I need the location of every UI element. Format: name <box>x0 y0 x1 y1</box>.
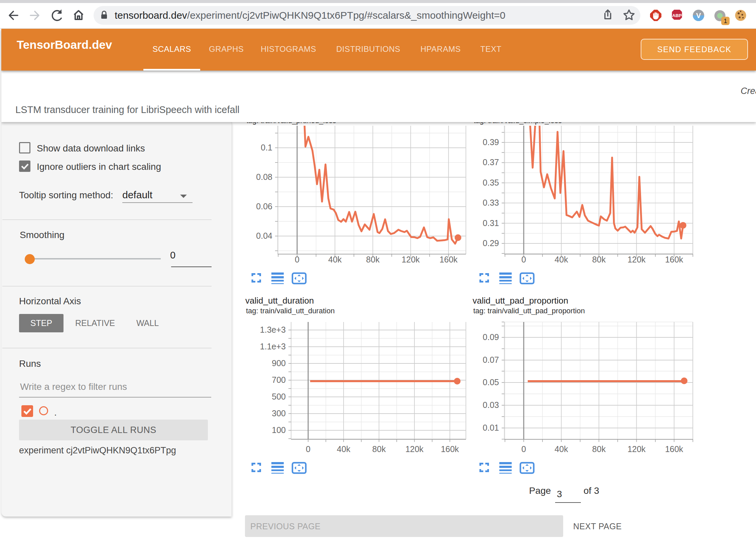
svg-text:0.08: 0.08 <box>256 172 272 182</box>
svg-text:900: 900 <box>272 358 286 368</box>
svg-text:0.09: 0.09 <box>483 332 499 342</box>
svg-text:0.35: 0.35 <box>483 178 499 187</box>
svg-text:160k: 160k <box>439 255 458 264</box>
svg-text:160k: 160k <box>665 255 683 264</box>
svg-text:0.29: 0.29 <box>483 238 499 248</box>
svg-text:0: 0 <box>306 444 310 454</box>
svg-text:120k: 120k <box>405 444 424 454</box>
svg-text:0.04: 0.04 <box>256 231 272 240</box>
svg-text:ABP: ABP <box>672 13 682 18</box>
svg-text:0.39: 0.39 <box>483 137 499 147</box>
svg-text:0.1: 0.1 <box>261 143 272 152</box>
svg-text:0: 0 <box>295 255 299 264</box>
svg-text:0.37: 0.37 <box>483 157 499 167</box>
svg-text:80k: 80k <box>366 255 380 264</box>
svg-text:500: 500 <box>272 392 286 401</box>
svg-text:1: 1 <box>724 17 727 24</box>
svg-text:0.01: 0.01 <box>483 423 499 432</box>
svg-text:120k: 120k <box>627 444 646 454</box>
svg-text:0.03: 0.03 <box>483 400 499 410</box>
svg-text:0.33: 0.33 <box>483 198 499 207</box>
svg-text:120k: 120k <box>627 255 646 264</box>
svg-text:0: 0 <box>521 444 526 454</box>
svg-text:80k: 80k <box>592 255 606 264</box>
svg-text:40k: 40k <box>554 255 568 264</box>
svg-text:80k: 80k <box>592 444 606 454</box>
svg-text:V: V <box>696 11 701 20</box>
svg-text:100: 100 <box>272 425 286 435</box>
svg-text:120k: 120k <box>402 255 420 264</box>
svg-text:0.31: 0.31 <box>483 218 499 228</box>
svg-text:700: 700 <box>272 375 286 385</box>
svg-text:0.06: 0.06 <box>256 202 272 211</box>
svg-text:80k: 80k <box>372 444 386 454</box>
svg-text:40k: 40k <box>337 444 351 454</box>
svg-text:1.1e+3: 1.1e+3 <box>260 342 286 351</box>
svg-text:40k: 40k <box>554 444 568 454</box>
svg-text:160k: 160k <box>665 444 683 454</box>
svg-text:0.05: 0.05 <box>483 377 499 387</box>
svg-text:160k: 160k <box>441 444 459 454</box>
svg-text:1.3e+3: 1.3e+3 <box>260 325 286 334</box>
svg-text:300: 300 <box>272 409 286 418</box>
svg-text:40k: 40k <box>328 255 342 264</box>
svg-text:0: 0 <box>521 255 526 264</box>
svg-text:0.07: 0.07 <box>483 355 499 364</box>
